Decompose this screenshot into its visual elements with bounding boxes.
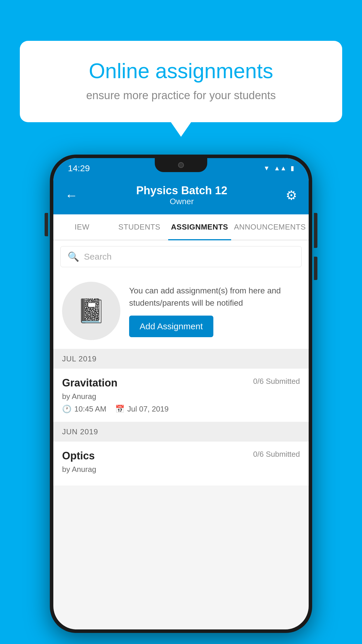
tab-iew[interactable]: IEW (53, 214, 111, 240)
assignment-top-optics: Optics 0/6 Submitted (62, 450, 300, 462)
assignment-meta: 🕐 10:45 AM 📅 Jul 07, 2019 (62, 405, 300, 414)
header-title: Physics Batch 12 (78, 184, 286, 197)
assignment-time: 🕐 10:45 AM (62, 405, 106, 414)
promo-text: You can add assignment(s) from here and … (129, 285, 300, 309)
clock-icon: 🕐 (62, 405, 71, 414)
signal-icon: ▲▲ (274, 164, 287, 172)
notebook-icon: 📓 (77, 297, 106, 325)
tab-assignments[interactable]: ASSIGNMENTS (168, 214, 231, 240)
speech-bubble-area: Online assignments ensure more practice … (20, 41, 342, 122)
wifi-icon: ▼ (263, 164, 270, 172)
battery-icon: ▮ (291, 164, 294, 172)
assignment-item-optics[interactable]: Optics 0/6 Submitted by Anurag (53, 442, 309, 486)
phone-notch (155, 158, 207, 172)
tabs-bar: IEW STUDENTS ASSIGNMENTS ANNOUNCEMENTS (53, 214, 309, 240)
front-camera (178, 162, 184, 168)
search-container: 🔍 Search (53, 240, 309, 273)
assignment-name: Gravitation (62, 377, 117, 389)
month-header-jul: JUL 2019 (53, 349, 309, 369)
calendar-icon: 📅 (115, 405, 124, 414)
search-icon: 🔍 (68, 251, 79, 262)
phone-screen: 14:29 ▼ ▲▲ ▮ ← Physics Batch 12 Owner ⚙ … (53, 158, 309, 629)
status-icons: ▼ ▲▲ ▮ (263, 164, 294, 172)
header-subtitle: Owner (78, 197, 286, 206)
assignment-submitted-optics: 0/6 Submitted (253, 450, 300, 459)
phone-device: 14:29 ▼ ▲▲ ▮ ← Physics Batch 12 Owner ⚙ … (50, 155, 312, 633)
promo-section: 📓 You can add assignment(s) from here an… (53, 273, 309, 349)
settings-button[interactable]: ⚙ (286, 188, 297, 203)
assignment-by-optics: by Anurag (62, 465, 300, 474)
phone-power-button (314, 213, 317, 248)
phone-power-button-2 (314, 257, 317, 280)
assignment-name-optics: Optics (62, 450, 95, 462)
assignment-item-gravitation[interactable]: Gravitation 0/6 Submitted by Anurag 🕐 10… (53, 369, 309, 422)
promo-icon-circle: 📓 (62, 282, 120, 340)
assignment-date: 📅 Jul 07, 2019 (115, 405, 169, 414)
search-bar[interactable]: 🔍 Search (60, 246, 302, 267)
phone-volume-button (45, 213, 48, 236)
bubble-subtitle: ensure more practice for your students (43, 89, 319, 102)
assignment-by: by Anurag (62, 392, 300, 401)
status-time: 14:29 (68, 163, 90, 173)
back-button[interactable]: ← (65, 188, 78, 203)
month-header-jun: JUN 2019 (53, 422, 309, 442)
bubble-title: Online assignments (43, 58, 319, 83)
promo-content: You can add assignment(s) from here and … (129, 285, 300, 337)
speech-bubble: Online assignments ensure more practice … (20, 41, 342, 122)
app-header: ← Physics Batch 12 Owner ⚙ (53, 178, 309, 214)
tab-students[interactable]: STUDENTS (111, 214, 168, 240)
search-placeholder: Search (84, 252, 112, 262)
assignment-top: Gravitation 0/6 Submitted (62, 377, 300, 389)
header-center: Physics Batch 12 Owner (78, 184, 286, 206)
add-assignment-button[interactable]: Add Assignment (129, 316, 213, 337)
assignment-submitted: 0/6 Submitted (253, 377, 300, 386)
tab-announcements[interactable]: ANNOUNCEMENTS (231, 214, 309, 240)
